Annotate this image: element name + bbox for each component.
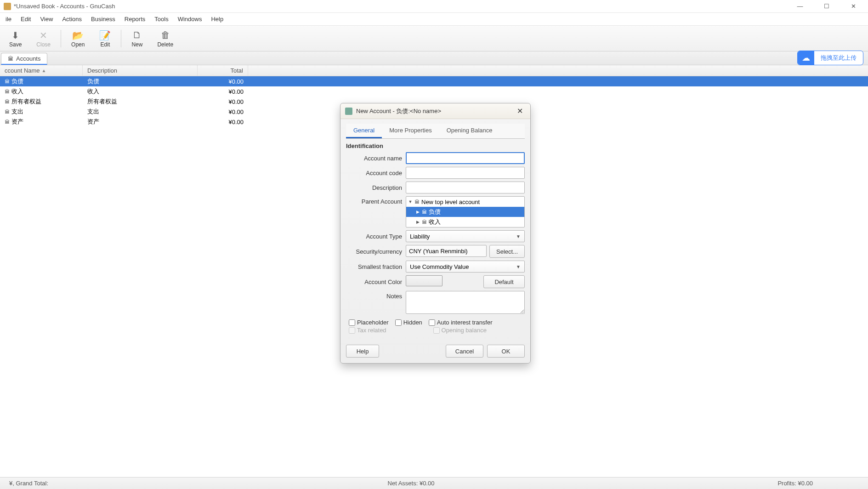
menu-view[interactable]: View xyxy=(35,14,57,24)
bank-icon: 🏛 xyxy=(422,209,427,215)
tab-opening-balance[interactable]: Opening Balance xyxy=(439,124,500,138)
menu-file[interactable]: ile xyxy=(1,14,16,24)
folder-open-icon: 📂 xyxy=(72,29,84,41)
label-smallest-fraction: Smallest fraction xyxy=(346,263,406,270)
save-icon: ⬇ xyxy=(11,29,19,41)
upload-widget[interactable]: ☁ 拖拽至此上传 xyxy=(797,51,863,65)
tab-general[interactable]: General xyxy=(346,124,382,138)
check-auto-interest[interactable]: Auto interest transfer xyxy=(429,319,493,326)
new-account-dialog: New Account - 负债:<No name> ✕ General Mor… xyxy=(340,103,531,364)
ok-button[interactable]: OK xyxy=(487,345,525,358)
upload-text: 拖拽至此上传 xyxy=(814,54,863,62)
select-currency-button[interactable]: Select... xyxy=(489,245,525,258)
toolbar-open[interactable]: 📂 Open xyxy=(64,28,92,50)
check-tax-related: Tax related xyxy=(349,327,386,334)
statusbar: ¥, Grand Total: Net Assets: ¥0.00 Profit… xyxy=(0,477,868,489)
check-opening-balance: Opening balance xyxy=(433,327,487,334)
menu-windows[interactable]: Windows xyxy=(173,14,207,24)
status-profits: Profits: ¥0.00 xyxy=(545,480,859,487)
cloud-upload-icon: ☁ xyxy=(798,51,814,65)
toolbar-edit[interactable]: 📝 Edit xyxy=(92,28,118,50)
account-tree-header: ccount Name ▲ Description Total xyxy=(0,65,868,76)
dialog-tabs: General More Properties Opening Balance xyxy=(346,124,525,139)
label-account-color: Account Color xyxy=(346,279,406,285)
toolbar-separator xyxy=(61,30,61,47)
menu-tools[interactable]: Tools xyxy=(150,14,173,24)
notes-input[interactable] xyxy=(406,291,525,314)
bank-icon: 🏛 xyxy=(422,219,427,225)
menu-help[interactable]: Help xyxy=(206,14,228,24)
tab-accounts[interactable]: 🏛 Accounts xyxy=(1,53,47,65)
label-notes: Notes xyxy=(346,291,406,300)
dialog-titlebar[interactable]: New Account - 负债:<No name> ✕ xyxy=(340,103,530,119)
status-net-assets: Net Assets: ¥0.00 xyxy=(277,480,545,487)
menubar: ile Edit View Actions Business Reports T… xyxy=(0,13,868,26)
toolbar-close: ✕ Close xyxy=(29,28,58,50)
parent-tree-root[interactable]: ▼ 🏛 New top level account xyxy=(406,197,524,207)
chevron-down-icon: ▼ xyxy=(516,234,521,239)
section-identification: Identification xyxy=(346,142,525,149)
dialog-close-button[interactable]: ✕ xyxy=(514,107,526,115)
dialog-title: New Account - 负债:<No name> xyxy=(356,107,514,115)
parent-account-tree[interactable]: ▼ 🏛 New top level account ▶ 🏛 负债 ▶ 🏛 收入 xyxy=(406,196,525,227)
parent-tree-item-income[interactable]: ▶ 🏛 收入 xyxy=(406,217,524,227)
toolbar-save[interactable]: ⬇ Save xyxy=(2,28,29,50)
label-account-type: Account Type xyxy=(346,233,406,240)
toolbar-separator xyxy=(121,30,121,47)
delete-icon: 🗑 xyxy=(161,29,170,41)
new-icon: 🗋 xyxy=(132,29,142,41)
chevron-down-icon: ▼ xyxy=(516,264,521,269)
tabbar: 🏛 Accounts ☁ 拖拽至此上传 xyxy=(0,51,868,65)
currency-display xyxy=(406,245,487,257)
account-type-select[interactable]: Liability ▼ xyxy=(406,230,525,242)
label-parent-account: Parent Account xyxy=(346,196,406,205)
label-account-name: Account name xyxy=(346,155,406,162)
col-description[interactable]: Description xyxy=(83,65,198,76)
label-account-code: Account code xyxy=(346,170,406,176)
close-window-button[interactable]: ✕ xyxy=(844,1,862,12)
label-security-currency: Security/currency xyxy=(346,248,406,255)
account-row[interactable]: 🏛负债负债¥0.00 xyxy=(0,76,868,86)
account-code-input[interactable] xyxy=(406,167,525,179)
window-title: *Unsaved Book - Accounts - GnuCash xyxy=(14,3,791,10)
toolbar-delete[interactable]: 🗑 Delete xyxy=(150,28,181,50)
description-input[interactable] xyxy=(406,182,525,193)
chevron-right-icon: ▶ xyxy=(415,210,420,214)
tab-label: Accounts xyxy=(16,55,40,62)
window-titlebar: *Unsaved Book - Accounts - GnuCash — ☐ ✕ xyxy=(0,0,868,13)
menu-reports[interactable]: Reports xyxy=(120,14,150,24)
parent-tree-item-liability[interactable]: ▶ 🏛 负债 xyxy=(406,207,524,217)
label-description: Description xyxy=(346,184,406,191)
sort-asc-icon: ▲ xyxy=(42,68,46,73)
smallest-fraction-select[interactable]: Use Commodity Value ▼ xyxy=(406,261,525,273)
toolbar-new[interactable]: 🗋 New xyxy=(124,28,150,50)
account-row[interactable]: 🏛收入收入¥0.00 xyxy=(0,86,868,97)
minimize-button[interactable]: — xyxy=(791,1,809,12)
check-hidden[interactable]: Hidden xyxy=(395,319,422,326)
default-color-button[interactable]: Default xyxy=(483,275,525,288)
app-icon xyxy=(4,3,11,10)
chevron-down-icon: ▼ xyxy=(408,199,413,204)
dialog-icon xyxy=(345,108,352,115)
toolbar: ⬇ Save ✕ Close 📂 Open 📝 Edit 🗋 New 🗑 Del… xyxy=(0,26,868,51)
menu-business[interactable]: Business xyxy=(86,14,120,24)
account-name-input[interactable] xyxy=(406,152,525,164)
edit-icon: 📝 xyxy=(99,29,111,41)
bank-icon: 🏛 xyxy=(414,199,420,205)
col-total[interactable]: Total xyxy=(198,65,248,76)
cancel-button[interactable]: Cancel xyxy=(446,345,483,358)
check-placeholder[interactable]: Placeholder xyxy=(349,319,389,326)
tab-more-properties[interactable]: More Properties xyxy=(382,124,439,138)
menu-edit[interactable]: Edit xyxy=(16,14,35,24)
menu-actions[interactable]: Actions xyxy=(57,14,86,24)
color-picker[interactable] xyxy=(406,275,443,286)
accounts-icon: 🏛 xyxy=(8,56,13,62)
chevron-right-icon: ▶ xyxy=(415,220,420,224)
status-grand-total: ¥, Grand Total: xyxy=(9,480,277,487)
maximize-button[interactable]: ☐ xyxy=(817,1,836,12)
col-account-name[interactable]: ccount Name ▲ xyxy=(0,65,83,76)
close-icon: ✕ xyxy=(40,29,47,41)
help-button[interactable]: Help xyxy=(346,345,379,358)
